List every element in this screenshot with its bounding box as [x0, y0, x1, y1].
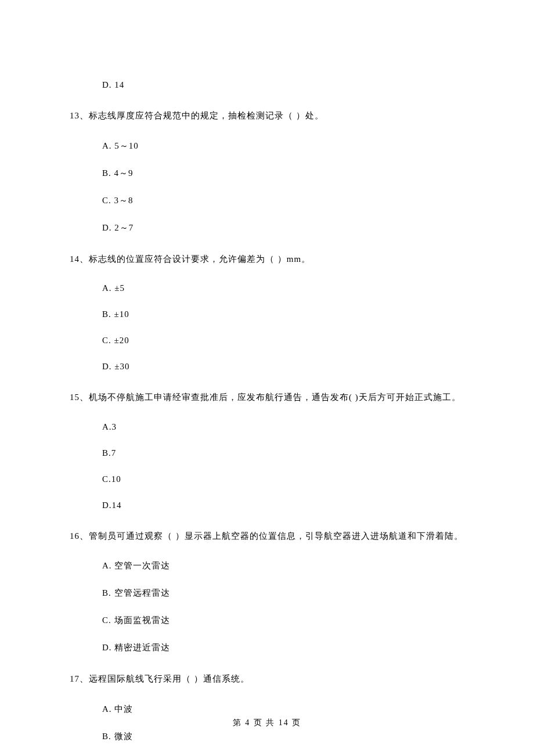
option-item: B. ±10	[102, 309, 464, 319]
option-item: C. ±20	[102, 336, 464, 345]
option-item: A. ±5	[102, 283, 464, 293]
option-item: D. 14	[102, 80, 464, 90]
option-item: B. 4～9	[102, 168, 464, 179]
option-item: A.3	[102, 422, 464, 432]
option-item: A. 5～10	[102, 141, 464, 152]
question-17: 17、远程国际航线飞行采用（ ）通信系统。	[70, 671, 464, 687]
option-item: B. 空管远程雷达	[102, 588, 464, 599]
option-item: C. 场面监视雷达	[102, 615, 464, 626]
option-item: D. 精密进近雷达	[102, 642, 464, 653]
option-item: D.14	[102, 501, 464, 510]
option-item: D. 2～7	[102, 222, 464, 233]
question-16: 16、管制员可通过观察（ ）显示器上航空器的位置信息，引导航空器进入进场航道和下…	[70, 528, 464, 545]
option-item: A. 空管一次雷达	[102, 560, 464, 571]
option-item: C.10	[102, 474, 464, 484]
question-13: 13、标志线厚度应符合规范中的规定，抽检检测记录（ ）处。	[70, 107, 464, 124]
option-item: A. 中波	[102, 704, 464, 715]
option-item: B.7	[102, 448, 464, 458]
option-item: D. ±30	[102, 362, 464, 372]
question-15: 15、机场不停航施工申请经审查批准后，应发布航行通告，通告发布( )天后方可开始…	[70, 389, 464, 406]
question-14: 14、标志线的位置应符合设计要求，允许偏差为（ ）mm。	[70, 251, 464, 268]
option-item: C. 3～8	[102, 195, 464, 206]
option-item: B. 微波	[102, 731, 464, 742]
page-footer: 第 4 页 共 14 页	[0, 718, 534, 728]
page-content: D. 14 13、标志线厚度应符合规范中的规定，抽检检测记录（ ）处。 A. 5…	[0, 0, 534, 756]
